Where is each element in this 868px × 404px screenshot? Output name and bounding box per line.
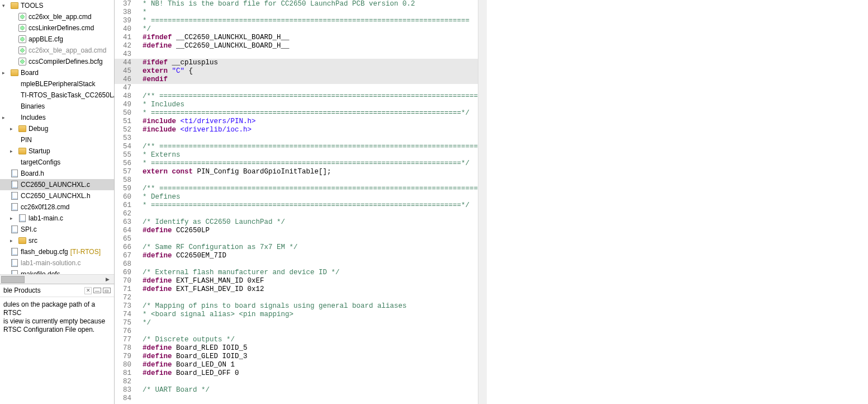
- fold-gutter[interactable]: [135, 327, 141, 336]
- code-content[interactable]: #define CC2650EM_7ID: [141, 252, 478, 260]
- code-content[interactable]: /* Discrete outputs */: [141, 336, 478, 344]
- code-content[interactable]: #define Board_RLED IOID_5: [141, 344, 478, 353]
- code-line[interactable]: 47: [115, 84, 478, 92]
- fold-gutter[interactable]: [135, 17, 141, 25]
- fold-gutter[interactable]: [135, 67, 141, 76]
- code-line[interactable]: 41#ifndef __CC2650_LAUNCHXL_BOARD_H__: [115, 34, 478, 42]
- code-content[interactable]: [141, 134, 478, 143]
- code-content[interactable]: /** ====================================…: [141, 143, 478, 151]
- code-line[interactable]: 52#include <driverlib/ioc.h>: [115, 126, 478, 134]
- code-content[interactable]: * Defines: [141, 193, 478, 201]
- fold-gutter[interactable]: [135, 386, 141, 394]
- code-line[interactable]: 58: [115, 176, 478, 185]
- minimize-icon[interactable]: —: [93, 288, 101, 293]
- fold-gutter[interactable]: [135, 185, 141, 193]
- fold-gutter[interactable]: [135, 34, 141, 42]
- code-line[interactable]: 55 * Externs: [115, 151, 478, 159]
- fold-gutter[interactable]: [135, 319, 141, 327]
- fold-gutter[interactable]: [135, 59, 141, 67]
- code-line[interactable]: 76: [115, 327, 478, 336]
- code-line[interactable]: 61 * ===================================…: [115, 201, 478, 210]
- fold-gutter[interactable]: [135, 336, 141, 344]
- tree-item[interactable]: Binaries: [0, 101, 114, 112]
- code-line[interactable]: 81#define Board_LED_OFF 0: [115, 369, 478, 378]
- fold-gutter[interactable]: [135, 50, 141, 59]
- code-content[interactable]: extern "C" {: [141, 67, 478, 76]
- code-content[interactable]: [141, 210, 478, 218]
- editor-vertical-scrollbar[interactable]: [478, 0, 487, 404]
- code-content[interactable]: * ======================================…: [141, 201, 478, 210]
- fold-gutter[interactable]: [135, 277, 141, 285]
- tree-item[interactable]: cc26xx_ble_app_oad.cmd: [0, 45, 114, 56]
- code-line[interactable]: 77/* Discrete outputs */: [115, 336, 478, 344]
- code-line[interactable]: 38 *: [115, 8, 478, 17]
- tree-item[interactable]: mpleBLEPeripheralStack: [0, 78, 114, 90]
- tree-item[interactable]: ▸src: [0, 235, 114, 246]
- code-content[interactable]: #ifndef __CC2650_LAUNCHXL_BOARD_H__: [141, 34, 478, 42]
- tree-item[interactable]: ▾TOOLS: [0, 0, 114, 11]
- code-line[interactable]: 43: [115, 50, 478, 59]
- fold-gutter[interactable]: [135, 151, 141, 159]
- code-content[interactable]: #ifdef __cplusplus: [141, 59, 478, 67]
- code-line[interactable]: 45extern "C" {: [115, 67, 478, 76]
- code-line[interactable]: 64#define CC2650LP: [115, 227, 478, 235]
- fold-gutter[interactable]: [135, 193, 141, 201]
- code-line[interactable]: 40 */: [115, 25, 478, 34]
- code-editor[interactable]: 37 * NB! This is the board file for CC26…: [115, 0, 868, 404]
- code-line[interactable]: 82: [115, 378, 478, 386]
- code-line[interactable]: 57extern const PIN_Config BoardGpioInitT…: [115, 168, 478, 176]
- fold-gutter[interactable]: [135, 311, 141, 319]
- expand-icon[interactable]: ▸: [10, 214, 17, 223]
- code-line[interactable]: 73/* Mapping of pins to board signals us…: [115, 302, 478, 311]
- code-line[interactable]: 70#define EXT_FLASH_MAN_ID 0xEF: [115, 277, 478, 285]
- code-line[interactable]: 39 * ===================================…: [115, 17, 478, 25]
- code-line[interactable]: 68: [115, 260, 478, 269]
- fold-gutter[interactable]: [135, 210, 141, 218]
- code-line[interactable]: 54/** ==================================…: [115, 143, 478, 151]
- fold-gutter[interactable]: [135, 92, 141, 101]
- tree-item[interactable]: ▸Debug: [0, 123, 114, 134]
- tree-item[interactable]: ccsCompilerDefines.bcfg: [0, 56, 114, 67]
- fold-gutter[interactable]: [135, 243, 141, 252]
- scrollbar-thumb[interactable]: [1, 276, 25, 283]
- code-content[interactable]: #include <driverlib/ioc.h>: [141, 126, 478, 134]
- fold-gutter[interactable]: [135, 369, 141, 378]
- code-line[interactable]: 67#define CC2650EM_7ID: [115, 252, 478, 260]
- code-line[interactable]: 42#define __CC2650_LAUNCHXL_BOARD_H__: [115, 42, 478, 50]
- code-content[interactable]: #define EXT_FLASH_MAN_ID 0xEF: [141, 277, 478, 285]
- code-line[interactable]: 49 * Includes: [115, 101, 478, 109]
- fold-gutter[interactable]: [135, 159, 141, 168]
- code-line[interactable]: 44#ifdef __cplusplus: [115, 59, 478, 67]
- code-content[interactable]: [141, 394, 478, 403]
- code-line[interactable]: 53: [115, 134, 478, 143]
- code-line[interactable]: 60 * Defines: [115, 193, 478, 201]
- tree-item[interactable]: SPI.c: [0, 224, 114, 235]
- fold-gutter[interactable]: [135, 235, 141, 243]
- fold-gutter[interactable]: [135, 134, 141, 143]
- code-line[interactable]: 80#define Board_LED_ON 1: [115, 361, 478, 369]
- code-content[interactable]: #define Board_LED_ON 1: [141, 361, 478, 369]
- tree-item[interactable]: ▸Includes: [0, 112, 114, 123]
- code-line[interactable]: 69 /* External flash manufacturer and de…: [115, 269, 478, 277]
- code-content[interactable]: [141, 50, 478, 59]
- tree-item[interactable]: TI-RTOS_BasicTask_CC2650LAUNCHX: [0, 90, 114, 101]
- expand-icon[interactable]: ▸: [2, 113, 9, 122]
- tree-item[interactable]: flash_debug.cfg[TI-RTOS]: [0, 246, 114, 257]
- fold-gutter[interactable]: [135, 260, 141, 269]
- tree-horizontal-scrollbar[interactable]: ▶: [0, 274, 114, 284]
- code-content[interactable]: /* UART Board */: [141, 386, 478, 394]
- code-line[interactable]: 48/** ==================================…: [115, 92, 478, 101]
- code-line[interactable]: 51#include <ti/drivers/PIN.h>: [115, 118, 478, 126]
- tree-item[interactable]: makefile.defs: [0, 269, 114, 274]
- fold-gutter[interactable]: [135, 118, 141, 126]
- fold-gutter[interactable]: [135, 361, 141, 369]
- code-line[interactable]: 56 * ===================================…: [115, 159, 478, 168]
- fold-gutter[interactable]: [135, 84, 141, 92]
- code-line[interactable]: 74 * <board signal alias> <pin mapping>: [115, 311, 478, 319]
- code-content[interactable]: /* External flash manufacturer and devic…: [141, 269, 478, 277]
- fold-gutter[interactable]: [135, 101, 141, 109]
- close-icon[interactable]: ✕: [84, 287, 92, 294]
- code-line[interactable]: 62: [115, 210, 478, 218]
- code-content[interactable]: [141, 84, 478, 92]
- code-content[interactable]: * Externs: [141, 151, 478, 159]
